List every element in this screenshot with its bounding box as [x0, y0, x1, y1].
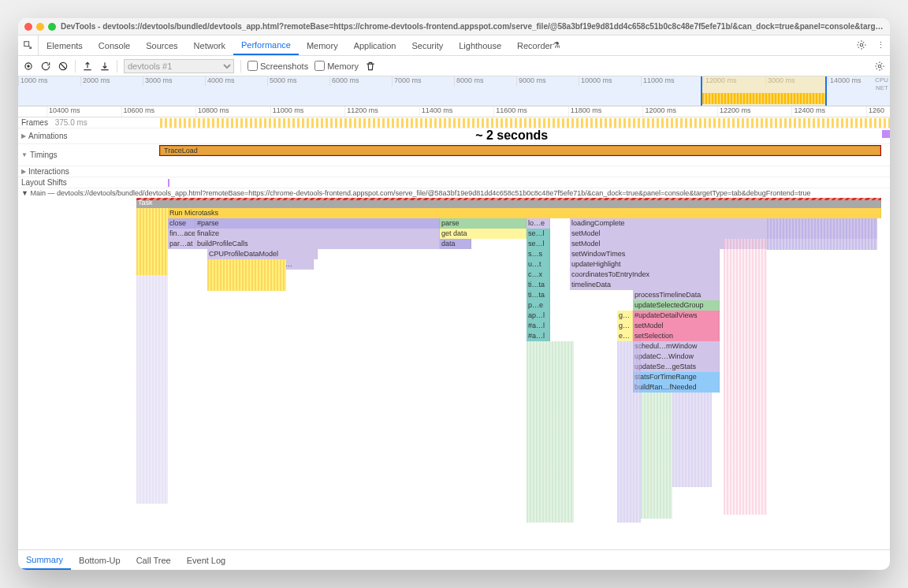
panel-tabs: Elements Console Sources Network Perform… — [18, 35, 890, 56]
flame-ruler[interactable]: 10400 ms10600 ms10800 ms11000 ms11200 ms… — [18, 106, 890, 117]
flame-span[interactable]: timelineData — [570, 280, 720, 290]
trash-button[interactable] — [365, 61, 376, 72]
flame-span[interactable]: #updateDetailViews — [633, 311, 720, 321]
flame-span[interactable]: updateSe…geStats — [633, 362, 720, 372]
flame-span[interactable]: se…l — [527, 229, 550, 239]
layout-shift-marker — [168, 179, 169, 187]
screenshots-checkbox[interactable]: Screenshots — [247, 61, 308, 71]
flame-span[interactable]: g… — [617, 311, 633, 321]
tab-sources[interactable]: Sources — [138, 35, 185, 55]
flame-span[interactable]: processTimelineData — [633, 290, 720, 300]
animations-track[interactable]: ▶Animations ~ 2 seconds — [18, 128, 890, 144]
flame-span[interactable]: schedul…mWindow — [633, 341, 720, 352]
animation-event — [882, 130, 890, 138]
flame-span[interactable]: fin…ace — [168, 229, 195, 239]
record-button[interactable] — [23, 61, 34, 72]
flame-span[interactable]: finalize — [195, 229, 440, 239]
flame-span[interactable]: c…x — [527, 270, 550, 280]
flame-span[interactable]: #parse — [195, 218, 440, 229]
flame-span[interactable]: s…s — [527, 249, 550, 259]
flame-span[interactable]: statsForTimeRange — [633, 372, 720, 382]
settings-icon[interactable] — [852, 39, 871, 52]
flame-stack — [767, 218, 877, 250]
flame-span[interactable]: setWindowTimes — [570, 249, 720, 259]
window-titlebar: DevTools - devtools://devtools/bundled/d… — [18, 18, 890, 35]
tab-performance[interactable]: Performance — [233, 35, 299, 55]
footer-tab-bottomup[interactable]: Bottom-Up — [71, 550, 128, 570]
expand-icon[interactable]: ▶ — [21, 132, 26, 140]
upload-button[interactable] — [82, 61, 93, 72]
svg-point-1 — [860, 43, 863, 47]
reload-button[interactable] — [40, 61, 51, 72]
tab-network[interactable]: Network — [186, 35, 233, 55]
flame-span[interactable]: buildProfileCalls — [195, 239, 440, 249]
flame-span[interactable]: ti…ta — [527, 290, 550, 300]
layout-shifts-track[interactable]: Layout Shifts — [18, 177, 890, 188]
traceload-span[interactable]: TraceLoad — [160, 146, 880, 155]
inspect-element-icon[interactable] — [18, 35, 39, 55]
flame-span[interactable]: par…at — [168, 239, 195, 249]
flame-stack — [641, 393, 672, 519]
main-thread-label[interactable]: ▼ Main — devtools://devtools/bundled/dev… — [18, 188, 890, 198]
flame-stack — [136, 208, 168, 275]
flame-span[interactable]: ti…ta — [527, 280, 550, 290]
flame-span[interactable]: #a…l — [527, 331, 550, 341]
timeline-overview[interactable]: 1000 ms2000 ms3000 ms4000 ms5000 ms6000 … — [18, 76, 890, 106]
flame-span[interactable]: get data — [440, 229, 527, 239]
flame-span[interactable]: u…t — [527, 259, 550, 270]
flame-span[interactable]: se…l — [527, 239, 550, 249]
window-title: DevTools - devtools://devtools/bundled/d… — [61, 22, 884, 31]
flame-span[interactable]: coordinatesToEntryIndex — [570, 270, 720, 280]
flame-span[interactable]: updateC…Window — [633, 352, 720, 362]
flame-span[interactable]: buildRan…fNeeded — [633, 382, 720, 393]
tab-memory[interactable]: Memory — [299, 35, 346, 55]
maximize-window-icon[interactable] — [48, 23, 56, 31]
minimize-window-icon[interactable] — [36, 23, 44, 31]
clear-button[interactable] — [58, 61, 69, 72]
footer-tab-eventlog[interactable]: Event Log — [179, 550, 234, 570]
flame-span[interactable]: data — [440, 239, 471, 249]
flame-span[interactable]: p…e — [527, 300, 550, 311]
flame-span[interactable]: parse — [440, 218, 527, 229]
tab-security[interactable]: Security — [404, 35, 451, 55]
tab-application[interactable]: Application — [346, 35, 404, 55]
recording-select[interactable]: devtools #1 — [124, 59, 234, 73]
expand-icon[interactable]: ▶ — [21, 168, 26, 175]
timings-track[interactable]: ▼Timings TraceLoad — [18, 144, 890, 166]
frames-bar — [160, 118, 890, 128]
annotation-text: ~ 2 seconds — [475, 128, 548, 143]
close-window-icon[interactable] — [24, 23, 32, 31]
footer-tab-calltree[interactable]: Call Tree — [128, 550, 179, 570]
flame-span[interactable]: #a…l — [527, 321, 550, 331]
tab-console[interactable]: Console — [91, 35, 138, 55]
flame-chart[interactable]: Task Run Microtasks close #parse parse l… — [18, 198, 890, 545]
flame-stack — [724, 239, 767, 515]
tab-elements[interactable]: Elements — [39, 35, 91, 55]
more-icon[interactable]: ⋮ — [871, 40, 890, 50]
flame-span[interactable]: CPUProfileDataModel — [207, 249, 318, 259]
footer-tab-summary[interactable]: Summary — [18, 550, 71, 570]
flame-span[interactable]: setSelection — [633, 331, 720, 341]
flame-span[interactable]: lo…e — [527, 218, 550, 229]
flame-span[interactable]: updateSelectedGroup — [633, 300, 720, 311]
flame-span[interactable]: close — [168, 218, 195, 229]
flame-span[interactable]: e… — [617, 331, 633, 341]
flame-microtasks[interactable]: Run Microtasks — [168, 208, 881, 218]
flame-span[interactable]: ap…l — [527, 311, 550, 321]
frames-track[interactable]: Frames 375.0 ms — [18, 117, 890, 128]
overview-selection[interactable] — [701, 76, 827, 106]
collapse-icon[interactable]: ▼ — [21, 151, 28, 158]
flame-span[interactable]: g… — [617, 321, 633, 331]
flame-span[interactable]: setModel — [633, 321, 720, 331]
interactions-track[interactable]: ▶Interactions — [18, 166, 890, 177]
download-button[interactable] — [99, 61, 110, 72]
tab-lighthouse[interactable]: Lighthouse — [451, 35, 509, 55]
window-controls[interactable] — [24, 23, 56, 31]
capture-settings-icon[interactable] — [874, 61, 885, 72]
tracks-panel[interactable]: Frames 375.0 ms ▶Animations ~ 2 seconds … — [18, 117, 890, 549]
tab-recorder[interactable]: Recorder ⚗ — [509, 35, 568, 55]
flame-span[interactable]: updateHighlight — [570, 259, 720, 270]
flame-span[interactable]: i… — [282, 259, 314, 270]
flame-stack — [672, 393, 712, 487]
memory-checkbox[interactable]: Memory — [314, 61, 359, 71]
